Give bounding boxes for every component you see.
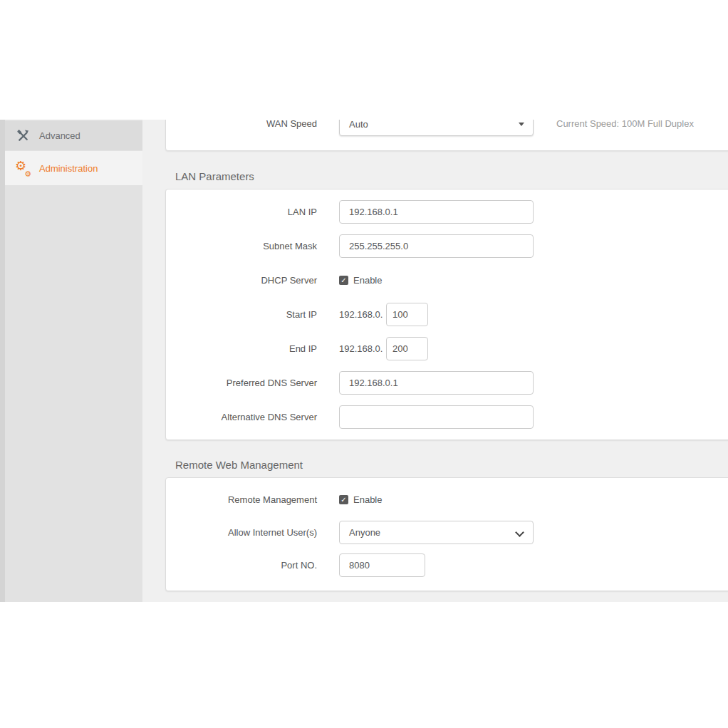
wan-speed-label: WAN Speed bbox=[166, 120, 317, 130]
allow-internet-users-row: Allow Internet User(s) Anyone bbox=[166, 521, 728, 544]
subnet-mask-row: Subnet Mask bbox=[166, 234, 728, 258]
remote-web-management-card: Remote Management ✓ Enable Allow Interne… bbox=[165, 477, 728, 591]
tools-icon bbox=[15, 129, 31, 142]
lan-parameters-title: LAN Parameters bbox=[175, 170, 254, 184]
allow-internet-users-select[interactable]: Anyone bbox=[339, 521, 534, 544]
dhcp-server-row: DHCP Server ✓ Enable bbox=[166, 269, 728, 292]
alternative-dns-label: Alternative DNS Server bbox=[166, 412, 317, 422]
port-no-label: Port NO. bbox=[166, 560, 317, 571]
alternative-dns-row: Alternative DNS Server bbox=[166, 405, 728, 429]
end-ip-prefix: 192.168.0. bbox=[339, 343, 386, 354]
remote-enable-checkbox[interactable]: ✓ bbox=[339, 495, 348, 504]
allow-internet-users-value: Anyone bbox=[349, 527, 380, 538]
port-no-input[interactable] bbox=[339, 553, 425, 577]
end-ip-input[interactable] bbox=[386, 337, 428, 360]
alternative-dns-input[interactable] bbox=[339, 405, 534, 429]
remote-management-row: Remote Management ✓ Enable bbox=[166, 488, 728, 511]
lan-ip-row: LAN IP bbox=[166, 200, 728, 224]
wan-current-speed-status: Current Speed: 100M Full Duplex bbox=[556, 120, 694, 130]
subnet-mask-input[interactable] bbox=[339, 234, 534, 258]
router-admin-viewport: Advanced ⚙ ⚙ Administration WAN Speed Au… bbox=[0, 120, 728, 602]
sidebar: Advanced ⚙ ⚙ Administration bbox=[0, 120, 142, 602]
start-ip-prefix: 192.168.0. bbox=[339, 309, 386, 320]
sidebar-item-administration[interactable]: ⚙ ⚙ Administration bbox=[5, 151, 142, 185]
remote-enable-label: Enable bbox=[353, 494, 382, 505]
sidebar-edge-strip bbox=[0, 120, 5, 602]
caret-down-icon bbox=[519, 123, 524, 126]
remote-web-management-title: Remote Web Management bbox=[175, 458, 303, 472]
main-content: WAN Speed Auto Current Speed: 100M Full … bbox=[142, 120, 728, 602]
end-ip-row: End IP 192.168.0. bbox=[166, 337, 728, 360]
subnet-mask-label: Subnet Mask bbox=[166, 241, 317, 251]
dhcp-enable-checkbox[interactable]: ✓ bbox=[339, 276, 348, 285]
allow-internet-users-label: Allow Internet User(s) bbox=[166, 527, 317, 538]
sidebar-item-label: Administration bbox=[39, 163, 98, 174]
lan-parameters-card: LAN IP Subnet Mask DHCP Server ✓ Enable … bbox=[165, 189, 728, 440]
port-no-row: Port NO. bbox=[166, 553, 728, 577]
dhcp-enable-label: Enable bbox=[353, 275, 382, 286]
end-ip-label: End IP bbox=[166, 343, 317, 354]
wan-speed-dropdown[interactable]: Auto bbox=[339, 120, 534, 136]
dhcp-server-label: DHCP Server bbox=[166, 275, 317, 286]
wan-speed-value: Auto bbox=[349, 120, 368, 130]
sidebar-item-label: Advanced bbox=[39, 130, 80, 141]
sidebar-item-advanced[interactable]: Advanced bbox=[5, 121, 142, 150]
lan-ip-input[interactable] bbox=[339, 200, 534, 224]
wan-settings-card: WAN Speed Auto Current Speed: 100M Full … bbox=[165, 120, 728, 151]
remote-management-label: Remote Management bbox=[166, 494, 317, 505]
chevron-down-icon bbox=[515, 528, 524, 537]
lan-ip-label: LAN IP bbox=[166, 207, 317, 217]
preferred-dns-label: Preferred DNS Server bbox=[166, 378, 317, 388]
gears-icon: ⚙ ⚙ bbox=[15, 160, 31, 176]
preferred-dns-input[interactable] bbox=[339, 371, 534, 395]
start-ip-row: Start IP 192.168.0. bbox=[166, 303, 728, 326]
preferred-dns-row: Preferred DNS Server bbox=[166, 371, 728, 395]
start-ip-label: Start IP bbox=[166, 309, 317, 320]
start-ip-input[interactable] bbox=[386, 303, 428, 326]
